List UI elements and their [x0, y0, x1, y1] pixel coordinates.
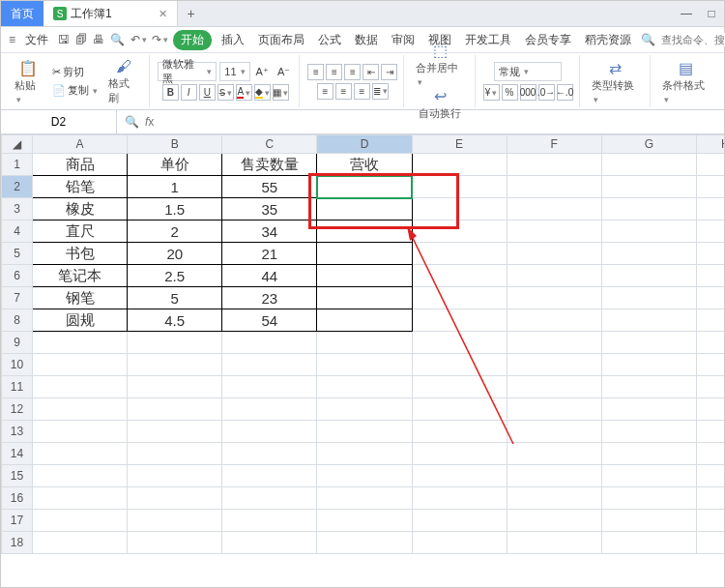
row-header-14[interactable]: 14: [2, 443, 33, 465]
font-size-selector[interactable]: 11: [219, 62, 249, 81]
redo-button[interactable]: ↷: [152, 32, 167, 47]
cell-D2[interactable]: [317, 176, 412, 198]
cell-C6[interactable]: 44: [222, 265, 317, 287]
bold-button[interactable]: B: [162, 84, 179, 101]
cell-G14[interactable]: [601, 443, 696, 465]
cell-H12[interactable]: [696, 398, 724, 421]
cell-G13[interactable]: [601, 421, 696, 443]
cell-B3[interactable]: 1.5: [128, 198, 222, 220]
row-header-10[interactable]: 10: [2, 354, 33, 376]
align-middle-button[interactable]: ≡: [326, 64, 342, 80]
cell-D13[interactable]: [317, 421, 412, 443]
cell-G8[interactable]: [601, 309, 696, 332]
cell-F6[interactable]: [507, 265, 601, 287]
cut-button[interactable]: ✂剪切: [49, 64, 101, 80]
cancel-formula-icon[interactable]: 🔍: [125, 115, 139, 129]
row-header-18[interactable]: 18: [2, 532, 33, 554]
cell-C17[interactable]: [222, 510, 317, 532]
home-tab[interactable]: 首页: [1, 1, 44, 26]
border-button[interactable]: ▦: [273, 84, 289, 101]
name-box-input[interactable]: [7, 114, 110, 130]
cell-C15[interactable]: [222, 465, 317, 487]
cell-D7[interactable]: [317, 287, 412, 309]
col-header-C[interactable]: C: [222, 135, 317, 154]
cell-G3[interactable]: [601, 198, 696, 220]
cell-H18[interactable]: [696, 532, 724, 554]
cell-C3[interactable]: 35: [222, 198, 317, 220]
align-right-button[interactable]: ≡: [354, 83, 370, 100]
cell-B17[interactable]: [128, 510, 222, 532]
cell-G15[interactable]: [601, 465, 696, 487]
cell-B16[interactable]: [128, 487, 222, 510]
decimal-dec-button[interactable]: ←.0: [557, 84, 573, 101]
save-icon[interactable]: 🖫: [58, 32, 70, 47]
maximize-button[interactable]: □: [699, 1, 724, 26]
cell-F9[interactable]: [507, 332, 601, 354]
cell-F16[interactable]: [507, 487, 601, 510]
col-header-B[interactable]: B: [128, 135, 222, 154]
cell-G11[interactable]: [601, 376, 696, 398]
cell-G4[interactable]: [601, 220, 696, 243]
cell-A11[interactable]: [33, 376, 128, 398]
cell-H10[interactable]: [696, 354, 724, 376]
close-tab-icon[interactable]: ✕: [159, 8, 167, 20]
cell-G18[interactable]: [601, 532, 696, 554]
cell-F7[interactable]: [507, 287, 601, 309]
row-header-17[interactable]: 17: [2, 510, 33, 532]
tab-formula[interactable]: 公式: [314, 32, 345, 48]
cell-C1[interactable]: 售卖数量: [222, 154, 317, 176]
cell-A10[interactable]: [33, 354, 128, 376]
row-header-4[interactable]: 4: [2, 220, 33, 243]
cell-A16[interactable]: [33, 487, 128, 510]
cell-B10[interactable]: [128, 354, 222, 376]
cell-E4[interactable]: [412, 220, 507, 243]
paste-button[interactable]: 📋 粘贴: [11, 59, 45, 104]
row-header-3[interactable]: 3: [2, 198, 33, 220]
font-color-button[interactable]: A: [236, 84, 252, 101]
cell-D18[interactable]: [317, 532, 412, 554]
col-header-F[interactable]: F: [507, 135, 601, 154]
cell-H9[interactable]: [696, 332, 724, 354]
row-header-2[interactable]: 2: [2, 176, 33, 198]
cell-E15[interactable]: [412, 465, 507, 487]
cell-G5[interactable]: [601, 243, 696, 265]
cell-E16[interactable]: [412, 487, 507, 510]
italic-button[interactable]: I: [181, 84, 197, 101]
cell-E2[interactable]: [412, 176, 507, 198]
cell-A14[interactable]: [33, 443, 128, 465]
cell-G9[interactable]: [601, 332, 696, 354]
cell-F17[interactable]: [507, 510, 601, 532]
cell-G7[interactable]: [601, 287, 696, 309]
align-center-button[interactable]: ≡: [335, 83, 352, 100]
type-convert-button[interactable]: ⇄ 类型转换: [588, 59, 644, 104]
cell-A12[interactable]: [33, 398, 128, 421]
save-as-icon[interactable]: 🗐: [75, 32, 87, 47]
cell-H7[interactable]: [696, 287, 724, 309]
workbook-tab[interactable]: S 工作簿1 ✕: [44, 1, 178, 26]
cond-format-button[interactable]: ▤ 条件格式: [658, 59, 714, 104]
print-preview-icon[interactable]: 🔍: [110, 32, 125, 47]
percent-button[interactable]: %: [502, 84, 518, 101]
cell-D1[interactable]: 营收: [317, 154, 412, 176]
cell-A1[interactable]: 商品: [33, 154, 128, 176]
align-justify-button[interactable]: ≣: [372, 83, 389, 100]
number-format-selector[interactable]: 常规: [494, 62, 562, 81]
cell-H14[interactable]: [696, 443, 724, 465]
cell-G6[interactable]: [601, 265, 696, 287]
format-painter-button[interactable]: 🖌 格式刷: [104, 58, 143, 105]
decrease-font-button[interactable]: A⁻: [275, 65, 293, 79]
row-header-15[interactable]: 15: [2, 465, 33, 487]
row-header-6[interactable]: 6: [2, 265, 33, 287]
cell-F14[interactable]: [507, 443, 601, 465]
spreadsheet-grid[interactable]: ◢ A B C D E F G H 1商品单价售卖数量营收2铅笔1553橡皮1.…: [1, 134, 724, 587]
cell-E12[interactable]: [412, 398, 507, 421]
cell-B5[interactable]: 20: [128, 243, 222, 265]
row-header-1[interactable]: 1: [2, 154, 33, 176]
cell-A7[interactable]: 钢笔: [33, 287, 128, 309]
cell-F2[interactable]: [507, 176, 601, 198]
cell-D5[interactable]: [317, 243, 412, 265]
cell-E13[interactable]: [412, 421, 507, 443]
cell-C16[interactable]: [222, 487, 317, 510]
cell-H5[interactable]: [696, 243, 724, 265]
cell-H16[interactable]: [696, 487, 724, 510]
